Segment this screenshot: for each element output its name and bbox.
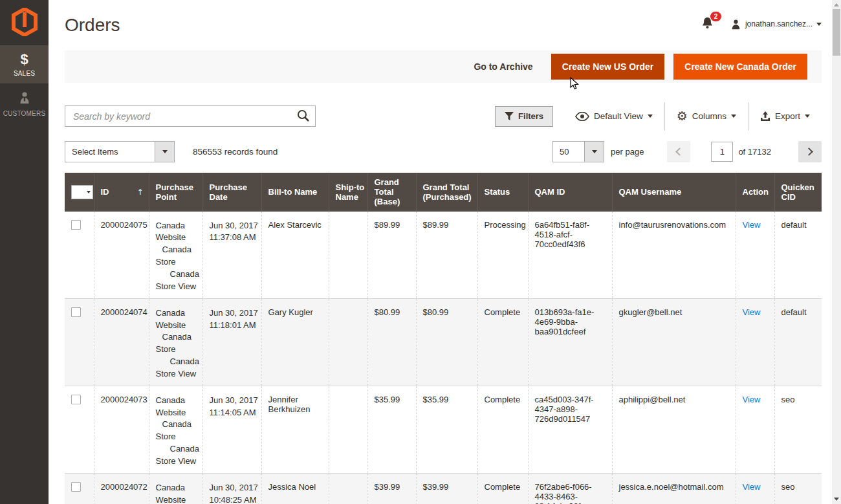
scroll-up-arrow-icon[interactable]: [834, 3, 839, 6]
grand-total-base: $35.99: [367, 386, 416, 473]
column-header-status[interactable]: Status: [477, 173, 528, 212]
qam-username: aphilippi@bell.net: [612, 386, 736, 473]
notifications-button[interactable]: 2: [701, 17, 714, 31]
chevron-down-icon: [648, 115, 653, 118]
column-header-id[interactable]: ID ↑: [94, 173, 149, 212]
scroll-down-arrow-icon[interactable]: [834, 498, 839, 501]
sidebar-nav: $ SALES CUSTOMERS: [0, 45, 49, 124]
action-bar: Go to Archive Create New US Order Create…: [65, 50, 822, 83]
select-items-dropdown[interactable]: Select Items: [65, 141, 175, 162]
column-header-purchase-date[interactable]: Purchase Date: [202, 173, 261, 212]
grand-total-purchased: $35.99: [416, 386, 477, 473]
total-pages-label: of 17132: [738, 147, 771, 157]
username: jonathan.sanchez...: [745, 19, 813, 28]
purchase-date: Jun 30, 2017 11:14:05 AM: [202, 386, 261, 473]
column-header-bill-to[interactable]: Bill-to Name: [261, 173, 329, 212]
quicken-cid: seo: [774, 473, 822, 504]
qam-id: 013b693a-fa1e-4e69-9bba-baa901dcfeef: [528, 298, 612, 386]
page-number-input[interactable]: [711, 142, 733, 162]
grand-total-base: $39.99: [367, 473, 416, 504]
grand-total-base: $89.99: [367, 212, 416, 299]
scrollbar[interactable]: [832, 0, 841, 504]
gear-icon: ⚙: [677, 110, 688, 122]
column-header-quicken-cid[interactable]: Quicken CID: [774, 173, 822, 212]
create-canada-order-button[interactable]: Create New Canada Order: [673, 54, 807, 80]
dollar-icon: $: [20, 52, 28, 67]
go-to-archive-button[interactable]: Go to Archive: [474, 61, 532, 72]
page-header: Orders 2 jonathan.sanchez...: [65, 0, 822, 36]
column-header-ship-to[interactable]: Ship-to Name: [329, 173, 367, 212]
action-cell: View: [736, 212, 774, 299]
qam-id: 76f2abe6-f066-4433-8463-8fb14cbc92fa: [528, 473, 612, 504]
search-icon[interactable]: [296, 109, 311, 125]
sidebar-item-customers[interactable]: CUSTOMERS: [0, 83, 49, 124]
row-select-cell: [65, 473, 94, 504]
purchase-date: Jun 30, 2017 10:48:25 AM: [202, 473, 261, 504]
grid-controls: Select Items 856553 records found 50 per…: [65, 141, 822, 162]
filters-button[interactable]: Filters: [495, 106, 553, 127]
order-id: 2000024073: [94, 386, 149, 473]
view-link[interactable]: View: [743, 307, 761, 317]
row-select-cell: [65, 212, 94, 299]
user-avatar-icon: [730, 19, 741, 30]
create-us-order-button[interactable]: Create New US Order: [551, 54, 665, 80]
bill-to-name: Jessica Noel: [261, 473, 329, 504]
previous-page-button[interactable]: [667, 141, 690, 162]
export-dropdown[interactable]: Export: [748, 102, 822, 131]
per-page-dropdown[interactable]: 50: [552, 141, 604, 162]
table-row: 2000024074 Canada WebsiteCanada StoreCan…: [65, 298, 822, 386]
per-page-label: per page: [611, 147, 644, 157]
quicken-cid: default: [774, 212, 822, 299]
bill-to-name: Jennifer Berkhuizen: [261, 386, 329, 473]
column-header-grand-total-base[interactable]: Grand Total (Base): [367, 173, 416, 212]
magento-logo-icon[interactable]: [0, 0, 49, 45]
row-select-cell: [65, 386, 94, 473]
purchase-point: Canada WebsiteCanada StoreCanada Store V…: [149, 212, 202, 299]
view-link[interactable]: View: [743, 482, 761, 492]
bill-to-name: Alex Starcevic: [261, 212, 329, 299]
next-page-button[interactable]: [798, 141, 822, 162]
view-link[interactable]: View: [743, 395, 761, 404]
chevron-down-icon: [592, 150, 597, 153]
default-view-dropdown[interactable]: Default View: [563, 102, 664, 131]
row-checkbox[interactable]: [71, 220, 81, 230]
search-input[interactable]: [65, 105, 316, 127]
scrollbar-thumb[interactable]: [833, 9, 840, 56]
sidebar-item-label: CUSTOMERS: [3, 110, 46, 117]
purchase-date: Jun 30, 2017 11:37:08 AM: [202, 212, 261, 299]
bill-to-name: Gary Kugler: [261, 298, 329, 386]
ship-to-name: [329, 298, 367, 386]
export-icon: [760, 111, 770, 122]
chevron-left-icon: [676, 148, 684, 156]
column-header-qam-username[interactable]: QAM Username: [612, 173, 736, 212]
order-status: Complete: [477, 473, 528, 504]
purchase-point: Canada WebsiteCanada StoreCanada Store V…: [149, 298, 202, 386]
column-header-qam-id[interactable]: QAM ID: [528, 173, 612, 212]
sidebar-item-sales[interactable]: $ SALES: [0, 45, 49, 83]
chevron-down-icon: [87, 191, 91, 193]
quicken-cid: default: [774, 298, 822, 386]
purchase-date: Jun 30, 2017 11:18:01 AM: [202, 298, 261, 386]
notification-count-badge: 2: [710, 12, 721, 21]
row-checkbox[interactable]: [71, 482, 81, 492]
user-menu[interactable]: jonathan.sanchez...: [730, 19, 822, 30]
grand-total-base: $80.99: [367, 298, 416, 386]
sort-ascending-icon: ↑: [137, 188, 143, 197]
row-checkbox[interactable]: [71, 395, 81, 404]
quicken-cid: seo: [774, 386, 822, 473]
row-checkbox[interactable]: [71, 307, 81, 317]
column-header-grand-total-purchased[interactable]: Grand Total (Purchased): [416, 173, 477, 212]
purchase-point: Canada WebsiteCanada StoreCanada Store V…: [149, 473, 202, 504]
action-cell: View: [736, 386, 774, 473]
columns-dropdown[interactable]: ⚙ Columns: [665, 102, 748, 131]
pagination: 50 per page of 17132: [552, 141, 822, 162]
order-status: Complete: [477, 386, 528, 473]
select-all-dropdown[interactable]: [71, 185, 93, 199]
table-row: 2000024072 Canada WebsiteCanada StoreCan…: [65, 473, 822, 504]
column-header-purchase-point[interactable]: Purchase Point: [149, 173, 202, 212]
magento-admin-orders-page: $ SALES CUSTOMERS Orders: [0, 0, 841, 504]
action-cell: View: [736, 473, 774, 504]
select-all-checkbox[interactable]: [72, 186, 84, 199]
grid-header-row: ID ↑ Purchase Point Purchase Date Bill-t…: [65, 173, 822, 212]
view-link[interactable]: View: [743, 220, 761, 230]
